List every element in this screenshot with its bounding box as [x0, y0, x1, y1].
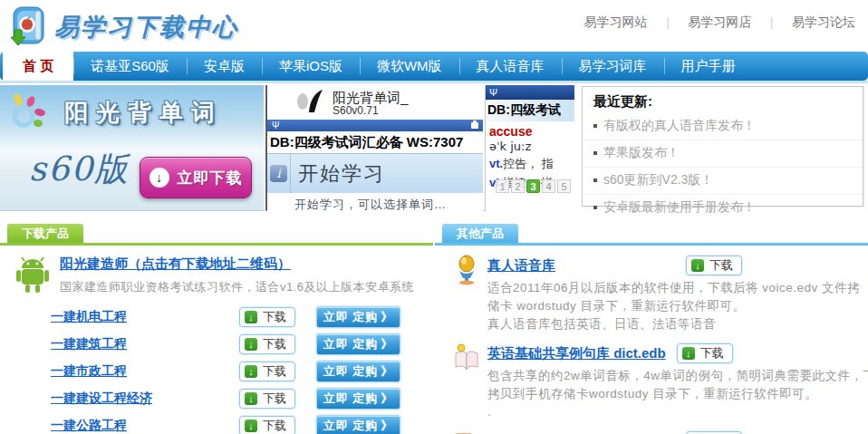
download-arrow-icon: ↓ — [149, 168, 169, 188]
promo-banner[interactable]: 阳光背单词 s60版 ↓ 立即下载 — [0, 85, 264, 211]
download-products-section: 下载产品 阳光建造师（点击有下载地址二维码） — [0, 224, 433, 434]
android-icon — [14, 256, 51, 297]
other-products-section: 其他产品 真人语音库 下载 — [435, 224, 868, 434]
tab-other-products[interactable]: 其他产品 — [442, 224, 518, 243]
book-wrench-icon: W — [453, 430, 480, 434]
download-now-button[interactable]: ↓ 立即下载 — [140, 157, 252, 198]
voice-lib-desc: 适合2011年06月以后版本的软件使用，下载后将 voice.edv 文件拷 储… — [487, 279, 868, 333]
info-icon: i — [270, 165, 287, 182]
banner-subtitle: s60版 — [29, 147, 130, 192]
nav-tab[interactable]: 首 页 — [3, 52, 73, 81]
order-arrow-icon: 》 — [381, 363, 393, 380]
recent-updates-list: 有版权的真人语音库发布！苹果版发布！s60更新到V2.3版！安卓版最新使用手册发… — [583, 113, 863, 221]
nav-tab[interactable]: 苹果iOS版 — [262, 52, 360, 81]
download-button[interactable]: 下载 — [239, 389, 295, 409]
pager-item[interactable]: 3 — [526, 179, 540, 193]
download-icon — [245, 420, 257, 432]
antenna-icon: Ψ — [489, 87, 497, 98]
pager-item[interactable]: 1 — [496, 179, 509, 193]
pager-item[interactable]: 2 — [511, 179, 525, 193]
nav-tab[interactable]: 易学习词库 — [562, 52, 664, 81]
site-title: 易学习下载中心 — [54, 11, 238, 43]
order-button[interactable]: 立即 定购 》 — [316, 388, 400, 410]
tab-download-products[interactable]: 下载产品 — [7, 224, 83, 243]
antenna-icon: Ψ — [272, 121, 279, 130]
course-link[interactable]: 一建建设工程经济 — [51, 391, 239, 407]
update-item[interactable]: 有版权的真人语音库发布！ — [583, 113, 863, 140]
order-button[interactable]: 立即 定购 》 — [316, 333, 400, 355]
nav-tab[interactable]: 诺基亚S60版 — [73, 52, 187, 81]
menu-item-selected: 开始学习 — [298, 160, 385, 188]
book-bulb-icon — [453, 342, 480, 375]
products-row: 下载产品 阳光建造师（点击有下载地址二维码） — [0, 224, 868, 434]
update-item[interactable]: 安卓版最新使用手册发布！ — [583, 195, 863, 221]
download-button[interactable]: 下载 — [239, 334, 295, 354]
download-button[interactable]: 下载 — [677, 343, 733, 363]
slider-pagination: 12345 — [496, 179, 571, 193]
app-logo-icon — [294, 88, 323, 117]
dictionary-status-line: DB:四级考试词汇必备 WS:7307 — [267, 131, 483, 153]
word-meaning-1: vt.控告， 指 — [486, 155, 574, 172]
course-link[interactable]: 一建建筑工程 — [51, 336, 239, 352]
download-icon — [245, 392, 257, 405]
product-link-builder[interactable]: 阳光建造师（点击有下载地址二维码） — [60, 256, 291, 273]
update-item[interactable]: s60更新到V2.3版！ — [583, 168, 863, 195]
app-version: S60v0.71 — [333, 105, 408, 117]
recent-updates-box: 最近更新: 有版权的真人语音库发布！苹果版发布！s60更新到V2.3版！安卓版最… — [582, 86, 863, 207]
nav-tab[interactable]: 微软WM版 — [360, 52, 459, 81]
download-button[interactable]: 下载 — [239, 416, 295, 434]
header: 易学习下载中心 易学习网站易学习网店易学习论坛 — [0, 0, 868, 52]
course-link[interactable]: 一建市政工程 — [51, 363, 239, 380]
download-rows: 一建机电工程 下载 立即 定购 》 一建建筑工程 下载 — [0, 304, 433, 434]
order-arrow-icon: 》 — [381, 309, 393, 325]
order-arrow-icon: 》 — [381, 336, 393, 352]
app-title: 阳光背单词_ — [333, 91, 408, 106]
header-link[interactable]: 易学习网站 — [584, 14, 648, 31]
course-link[interactable]: 一建机电工程 — [51, 309, 239, 325]
download-icon — [245, 311, 257, 323]
screenshot-slider: 阳光背单词_ S60v0.71 Ψ DB:四级考试词汇必备 WS:7307 i … — [265, 85, 573, 211]
other-product-dict: 英语基础共享例句库 dict.edb 下载 包含共享的约2w单词音标，4w单词的… — [453, 342, 868, 421]
example-db-link[interactable]: 英语基础共享例句库 dict.edb — [487, 345, 666, 362]
hero-row: 阳光背单词 s60版 ↓ 立即下载 阳光背单词_ — [0, 85, 868, 212]
header-links: 易学习网站易学习网店易学习论坛 — [584, 14, 855, 31]
download-icon — [245, 365, 257, 378]
main-nav: 首 页诺基亚S60版安卓版苹果iOS版微软WM版真人语音库易学习词库用户手册 — [0, 52, 868, 81]
download-row: 一建市政工程 下载 立即 定购 》 — [0, 358, 433, 385]
word-phonetic: əˈk ju:z — [486, 139, 574, 153]
nav-underline — [0, 81, 868, 83]
header-link[interactable]: 易学习论坛 — [751, 14, 855, 31]
other-product-tool: W 阳光背单词词库制作工具 UTF8 下载 — [453, 430, 868, 434]
word-entry: accuse — [486, 121, 574, 139]
course-link[interactable]: 一建公路工程 — [51, 418, 239, 434]
voice-lib-link[interactable]: 真人语音库 — [487, 257, 555, 275]
download-icon — [691, 259, 704, 272]
order-button[interactable]: 立即 定购 》 — [316, 361, 400, 382]
product-description: 国家建造师职业资格考试练习软件，适合v1.6及以上版本安卓系统 — [60, 279, 433, 295]
pager-item[interactable]: 4 — [542, 179, 555, 193]
order-arrow-icon: 》 — [381, 391, 393, 407]
nav-tab[interactable]: 真人语音库 — [459, 52, 562, 81]
nav-tab[interactable]: 安卓版 — [187, 52, 262, 81]
header-link[interactable]: 易学习网店 — [648, 14, 752, 31]
download-row: 一建建筑工程 下载 立即 定购 》 — [0, 331, 433, 358]
phone-screenshot-1: 阳光背单词_ S60v0.71 Ψ DB:四级考试词汇必备 WS:7307 i … — [267, 85, 483, 211]
example-db-desc: 包含共享的约2w单词音标，4w单词的例句，简明词典需要此文件，下 拷贝到手机存储… — [487, 367, 868, 421]
battery-icon — [471, 122, 478, 129]
order-arrow-icon: 》 — [381, 418, 393, 434]
download-button[interactable]: 下载 — [239, 362, 295, 381]
banner-sun-icon — [5, 92, 49, 136]
other-product-voice: 真人语音库 下载 适合2011年06月以后版本的软件使用，下载后将 voice.… — [453, 255, 868, 333]
dictionary-status-line: DB:四级考试 — [486, 100, 574, 121]
download-button[interactable]: 下载 — [686, 256, 742, 275]
logo[interactable]: 易学习下载中心 — [5, 3, 238, 52]
backpack-download-icon — [5, 3, 49, 52]
order-button[interactable]: 立即 定购 》 — [316, 415, 400, 434]
download-row: 一建机电工程 下载 立即 定购 》 — [0, 304, 433, 331]
download-icon — [245, 338, 257, 351]
order-button[interactable]: 立即 定购 》 — [316, 306, 400, 328]
nav-tab[interactable]: 用户手册 — [664, 52, 753, 81]
download-button[interactable]: 下载 — [239, 307, 295, 327]
pager-item[interactable]: 5 — [557, 179, 571, 193]
update-item[interactable]: 苹果版发布！ — [583, 140, 863, 168]
